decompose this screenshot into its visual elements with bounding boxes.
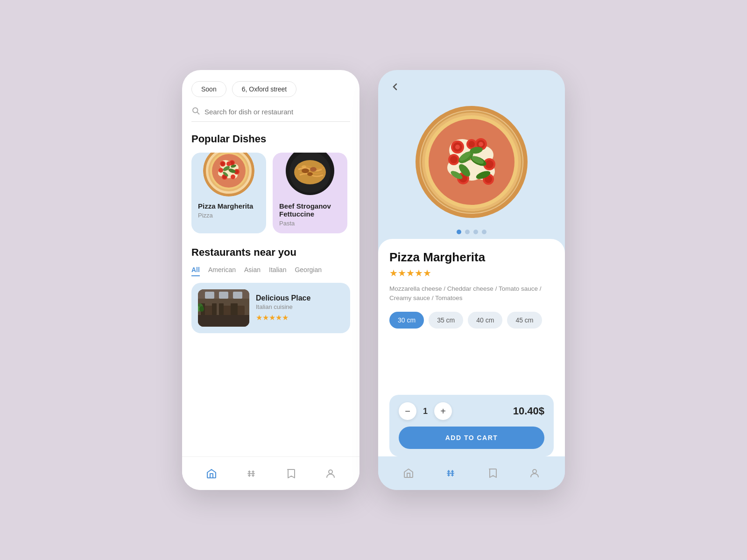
back-button[interactable] [388,79,402,94]
dish-detail-stars: ★★★★★ [389,267,554,279]
popular-dishes-title: Popular Dishes [191,133,350,145]
image-dots [378,225,565,239]
qty-increase-button[interactable]: + [434,402,452,420]
dish-name-pizza: Pizza Margherita [198,202,260,210]
qty-decrease-button[interactable]: − [399,402,416,420]
svg-point-70 [479,142,483,147]
svg-rect-45 [205,292,214,299]
filter-american[interactable]: American [208,266,236,276]
dish-name-pasta: Beef Stroganov Fettuccine [279,202,341,218]
svg-point-31 [310,167,317,172]
svg-rect-47 [233,292,242,299]
restaurant-card[interactable]: Delicious Place Italian cuisine ★★★★★ [191,283,350,333]
quantity-control: − 1 + [399,402,452,420]
nav-right-bookmark[interactable] [485,466,500,481]
filter-tabs: All American Asian Italian Georgian [191,266,350,276]
dish-category-pizza: Pizza [198,212,260,219]
filter-asian[interactable]: Asian [244,266,261,276]
dishes-row: Pizza Margherita Pizza [191,153,350,233]
qty-price-row: − 1 + 10.40$ [399,402,544,420]
size-btn-40[interactable]: 40 cm [468,312,502,329]
restaurant-name: Delicious Place [256,294,310,302]
dish-card-pasta[interactable]: Beef Stroganov Fettuccine Pasta [273,153,347,233]
svg-point-93 [533,469,536,473]
size-btn-35[interactable]: 35 cm [429,312,463,329]
right-header [378,70,565,94]
dish-category-pasta: Pasta [279,220,341,227]
search-icon [191,106,200,117]
address-pill[interactable]: 6, Oxford street [232,81,296,97]
svg-rect-41 [219,303,224,315]
svg-point-30 [302,168,309,173]
search-input[interactable] [204,108,350,116]
svg-point-21 [226,161,231,166]
ingredients-text: Mozzarella cheese / Cheddar cheese / Tom… [389,284,554,303]
dot-1[interactable] [457,230,461,234]
size-row: 30 cm 35 cm 40 cm 45 cm [389,312,554,329]
dot-4[interactable] [482,230,486,234]
svg-line-1 [197,112,199,114]
nav-bookmark[interactable] [283,466,298,481]
price-display: 10.40$ [513,405,544,417]
add-to-cart-button[interactable]: ADD TO CART [399,427,544,449]
svg-rect-44 [233,303,238,315]
order-section: − 1 + 10.40$ ADD TO CART [389,395,554,456]
nav-profile[interactable] [323,466,338,481]
svg-point-72 [485,160,493,168]
filter-all[interactable]: All [191,266,200,276]
svg-point-19 [231,175,235,179]
svg-point-78 [450,156,458,163]
dish-detail-title: Pizza Margherita [389,250,554,265]
pizza-hero [378,94,565,225]
svg-point-33 [302,165,306,168]
svg-point-67 [455,145,460,149]
dot-3[interactable] [473,230,478,234]
svg-rect-46 [219,292,228,299]
svg-point-20 [218,168,223,173]
svg-rect-35 [198,315,249,327]
soon-pill[interactable]: Soon [191,81,226,97]
size-btn-30[interactable]: 30 cm [389,312,424,329]
nav-home[interactable] [204,466,219,481]
quantity-value: 1 [423,406,428,416]
nav-right-menu[interactable] [443,466,458,481]
nav-right-home[interactable] [401,466,416,481]
nav-menu[interactable] [244,466,259,481]
pizza-hero-image [416,106,528,218]
svg-point-51 [199,306,204,312]
filter-italian[interactable]: Italian [269,266,286,276]
svg-point-80 [468,141,475,147]
filter-georgian[interactable]: Georgian [295,266,322,276]
pills-row: Soon 6, Oxford street [191,81,350,97]
restaurants-title: Restaurants near you [191,246,350,259]
size-btn-45[interactable]: 45 cm [507,312,542,329]
restaurant-info: Delicious Place Italian cuisine ★★★★★ [256,294,310,322]
detail-panel: Pizza Margherita ★★★★★ Mozzarella cheese… [378,239,565,456]
bottom-nav-right [378,456,565,490]
svg-point-12 [221,162,225,166]
svg-point-54 [329,470,332,474]
restaurant-stars: ★★★★★ [256,313,310,322]
bottom-nav-left [182,456,359,490]
restaurant-cuisine: Italian cuisine [256,303,310,310]
svg-rect-39 [212,303,217,315]
dot-2[interactable] [465,230,470,234]
right-phone: Pizza Margherita ★★★★★ Mozzarella cheese… [378,70,565,490]
restaurant-image [198,289,249,327]
search-bar [191,106,350,122]
left-phone: Soon 6, Oxford street Popular Dishes [182,70,359,490]
nav-right-profile[interactable] [527,466,542,481]
svg-point-32 [307,172,313,176]
dish-card-pizza[interactable]: Pizza Margherita Pizza [191,153,266,233]
